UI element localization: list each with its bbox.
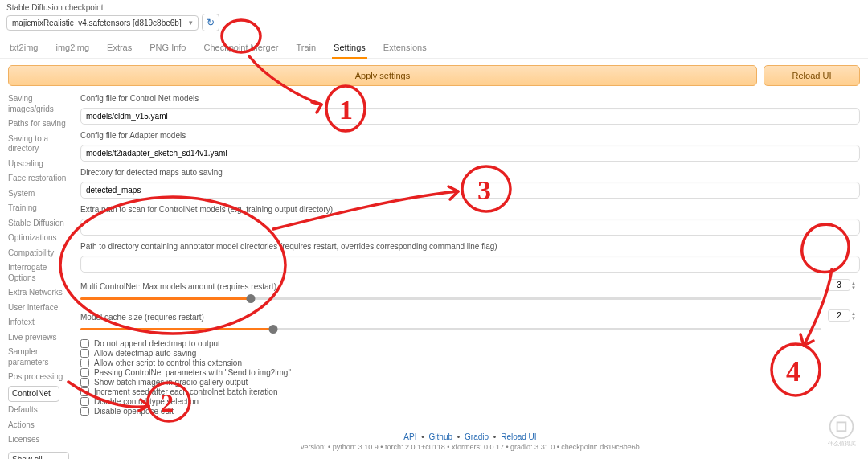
footer-link-gradio[interactable]: Gradio <box>465 432 489 441</box>
sidebar-item-saving-images-grids[interactable]: Saving images/grids <box>8 92 71 116</box>
reload-ui-button[interactable]: Reload UI <box>764 65 860 86</box>
detected-maps-dir-label: Directory for detected maps auto saving <box>80 168 860 177</box>
tab-train[interactable]: Train <box>294 39 317 58</box>
sidebar-item-paths-for-saving[interactable]: Paths for saving <box>8 117 71 131</box>
sidebar-item-upscaling[interactable]: Upscaling <box>8 158 71 171</box>
checkbox-row[interactable]: Show batch images in gradio gallery outp… <box>80 378 860 387</box>
detected-maps-dir-input[interactable] <box>80 182 860 199</box>
show-all-pages-button[interactable]: Show all pages <box>8 452 69 460</box>
config-adapter-input[interactable] <box>80 145 860 162</box>
multi-controlnet-label: Multi ControlNet: Max models amount (req… <box>80 282 860 291</box>
stepper-down-icon[interactable]: ▼ <box>851 316 859 321</box>
tab-checkpoint-merger[interactable]: Checkpoint Merger <box>202 39 280 58</box>
tab-extras[interactable]: Extras <box>105 39 133 58</box>
refresh-checkpoint-button[interactable]: ↻ <box>202 14 219 31</box>
sidebar-item-infotext[interactable]: Infotext <box>8 316 71 330</box>
checkbox-label: Increment seed after each controlnet bat… <box>94 387 277 396</box>
checkbox-3[interactable] <box>80 368 89 377</box>
slider-thumb[interactable] <box>247 294 256 303</box>
sidebar-item-optimizations[interactable]: Optimizations <box>8 232 71 245</box>
checkbox-label: Disable control type selection <box>94 397 199 406</box>
svg-point-10 <box>830 415 854 438</box>
annotator-dir-label: Path to directory containing annotator m… <box>80 242 860 251</box>
extra-path-label: Extra path to scan for ControlNet models… <box>80 205 860 214</box>
sidebar-item-compatibility[interactable]: Compatibility <box>8 247 71 260</box>
checkbox-0[interactable] <box>80 339 89 348</box>
svg-rect-11 <box>837 422 846 431</box>
sidebar-item-licenses[interactable]: Licenses <box>8 433 71 447</box>
checkbox-row[interactable]: Do not append detectmap to output <box>80 339 860 348</box>
footer-link-github[interactable]: Github <box>429 432 452 441</box>
tab-img2img[interactable]: img2img <box>54 39 91 58</box>
checkbox-row[interactable]: Increment seed after each controlnet bat… <box>80 387 860 396</box>
checkbox-2[interactable] <box>80 359 89 367</box>
svg-text:什么值得买: 什么值得买 <box>827 440 856 447</box>
apply-settings-button[interactable]: Apply settings <box>8 65 757 86</box>
extra-path-input[interactable] <box>80 219 860 236</box>
config-cn-label: Config file for Control Net models <box>80 94 860 103</box>
checkbox-row[interactable]: Allow detectmap auto saving <box>80 349 860 358</box>
checkbox-row[interactable]: Allow other script to control this exten… <box>80 359 860 367</box>
checkbox-1[interactable] <box>80 349 89 358</box>
model-cache-value[interactable] <box>828 309 850 322</box>
checkbox-label: Passing ControlNet parameters with "Send… <box>94 368 291 377</box>
watermark: 什么值得买 <box>820 411 863 454</box>
checkbox-label: Disable openpose edit <box>94 407 174 416</box>
sidebar-item-saving-to-a-directory[interactable]: Saving to a directory <box>8 133 71 156</box>
checkbox-row[interactable]: Disable openpose edit <box>80 407 860 416</box>
sidebar-item-postprocessing[interactable]: Postprocessing <box>8 371 71 384</box>
sidebar-item-system[interactable]: System <box>8 187 71 201</box>
sidebar-item-face-restoration[interactable]: Face restoration <box>8 172 71 186</box>
sidebar-item-controlnet[interactable]: ControlNet <box>8 386 59 403</box>
sidebar-item-stable-diffusion[interactable]: Stable Diffusion <box>8 217 71 231</box>
sidebar-item-training[interactable]: Training <box>8 202 71 215</box>
checkbox-label: Allow other script to control this exten… <box>94 359 242 367</box>
sidebar-item-sampler-parameters[interactable]: Sampler parameters <box>8 346 71 369</box>
footer-link-reload-ui[interactable]: Reload UI <box>501 432 536 441</box>
checkbox-5[interactable] <box>80 387 89 396</box>
multi-controlnet-slider[interactable] <box>80 297 821 300</box>
annotator-dir-input[interactable] <box>80 256 860 273</box>
tab-png-info[interactable]: PNG Info <box>148 39 187 58</box>
checkbox-label: Show batch images in gradio gallery outp… <box>94 378 248 387</box>
checkbox-row[interactable]: Disable control type selection <box>80 397 860 406</box>
slider-thumb[interactable] <box>268 325 277 334</box>
checkbox-label: Do not append detectmap to output <box>94 339 220 348</box>
checkbox-6[interactable] <box>80 397 89 406</box>
sidebar-item-actions[interactable]: Actions <box>8 419 71 432</box>
checkbox-row[interactable]: Passing ControlNet parameters with "Send… <box>80 368 860 377</box>
stepper-down-icon[interactable]: ▼ <box>851 285 859 290</box>
sidebar-item-extra-networks[interactable]: Extra Networks <box>8 286 71 300</box>
refresh-icon: ↻ <box>207 17 215 28</box>
checkbox-7[interactable] <box>80 407 89 416</box>
sidebar-item-user-interface[interactable]: User interface <box>8 301 71 315</box>
model-cache-label: Model cache size (requires restart) <box>80 313 860 322</box>
model-cache-slider[interactable] <box>80 328 821 330</box>
checkbox-label: Allow detectmap auto saving <box>94 349 196 358</box>
tab-txt2img[interactable]: txt2img <box>8 39 39 58</box>
tab-extensions[interactable]: Extensions <box>382 39 428 58</box>
sidebar-item-interrogate-options[interactable]: Interrogate Options <box>8 261 71 285</box>
footer-link-api[interactable]: API <box>403 432 416 441</box>
multi-controlnet-value[interactable] <box>828 279 850 291</box>
checkpoint-label: Stable Diffusion checkpoint <box>6 3 862 12</box>
sidebar-item-live-previews[interactable]: Live previews <box>8 331 71 345</box>
footer-version: version: • python: 3.10.9 • torch: 2.0.1… <box>80 443 860 451</box>
tab-settings[interactable]: Settings <box>332 39 367 59</box>
config-cn-input[interactable] <box>80 108 860 125</box>
checkpoint-select[interactable]: majicmixRealistic_v4.safetensors [d819c8… <box>6 15 199 31</box>
sidebar-item-defaults[interactable]: Defaults <box>8 404 71 417</box>
checkbox-4[interactable] <box>80 378 89 387</box>
config-adapter-label: Config file for Adapter models <box>80 131 860 140</box>
